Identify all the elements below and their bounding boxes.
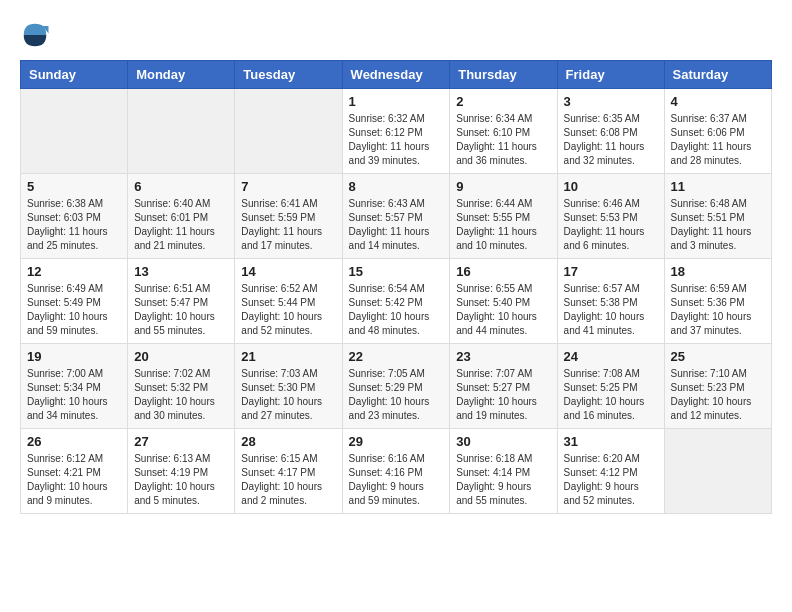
day-cell: 28Sunrise: 6:15 AM Sunset: 4:17 PM Dayli… [235, 429, 342, 514]
week-row-5: 26Sunrise: 6:12 AM Sunset: 4:21 PM Dayli… [21, 429, 772, 514]
day-cell: 18Sunrise: 6:59 AM Sunset: 5:36 PM Dayli… [664, 259, 771, 344]
day-number: 28 [241, 434, 335, 449]
day-number: 14 [241, 264, 335, 279]
day-cell: 9Sunrise: 6:44 AM Sunset: 5:55 PM Daylig… [450, 174, 557, 259]
day-cell: 3Sunrise: 6:35 AM Sunset: 6:08 PM Daylig… [557, 89, 664, 174]
week-row-3: 12Sunrise: 6:49 AM Sunset: 5:49 PM Dayli… [21, 259, 772, 344]
day-number: 16 [456, 264, 550, 279]
day-info: Sunrise: 7:00 AM Sunset: 5:34 PM Dayligh… [27, 367, 121, 423]
day-cell: 8Sunrise: 6:43 AM Sunset: 5:57 PM Daylig… [342, 174, 450, 259]
weekday-header-thursday: Thursday [450, 61, 557, 89]
day-info: Sunrise: 6:57 AM Sunset: 5:38 PM Dayligh… [564, 282, 658, 338]
day-number: 7 [241, 179, 335, 194]
day-info: Sunrise: 6:59 AM Sunset: 5:36 PM Dayligh… [671, 282, 765, 338]
day-cell: 15Sunrise: 6:54 AM Sunset: 5:42 PM Dayli… [342, 259, 450, 344]
week-row-2: 5Sunrise: 6:38 AM Sunset: 6:03 PM Daylig… [21, 174, 772, 259]
day-number: 27 [134, 434, 228, 449]
day-cell: 26Sunrise: 6:12 AM Sunset: 4:21 PM Dayli… [21, 429, 128, 514]
day-number: 11 [671, 179, 765, 194]
day-cell [128, 89, 235, 174]
day-info: Sunrise: 6:37 AM Sunset: 6:06 PM Dayligh… [671, 112, 765, 168]
day-cell: 20Sunrise: 7:02 AM Sunset: 5:32 PM Dayli… [128, 344, 235, 429]
day-cell: 31Sunrise: 6:20 AM Sunset: 4:12 PM Dayli… [557, 429, 664, 514]
day-info: Sunrise: 6:13 AM Sunset: 4:19 PM Dayligh… [134, 452, 228, 508]
day-cell: 25Sunrise: 7:10 AM Sunset: 5:23 PM Dayli… [664, 344, 771, 429]
calendar: SundayMondayTuesdayWednesdayThursdayFrid… [20, 60, 772, 514]
day-cell: 21Sunrise: 7:03 AM Sunset: 5:30 PM Dayli… [235, 344, 342, 429]
day-info: Sunrise: 6:54 AM Sunset: 5:42 PM Dayligh… [349, 282, 444, 338]
day-info: Sunrise: 6:16 AM Sunset: 4:16 PM Dayligh… [349, 452, 444, 508]
day-cell: 14Sunrise: 6:52 AM Sunset: 5:44 PM Dayli… [235, 259, 342, 344]
day-number: 6 [134, 179, 228, 194]
day-number: 8 [349, 179, 444, 194]
weekday-header-row: SundayMondayTuesdayWednesdayThursdayFrid… [21, 61, 772, 89]
day-number: 4 [671, 94, 765, 109]
day-cell: 24Sunrise: 7:08 AM Sunset: 5:25 PM Dayli… [557, 344, 664, 429]
day-info: Sunrise: 6:52 AM Sunset: 5:44 PM Dayligh… [241, 282, 335, 338]
day-cell: 11Sunrise: 6:48 AM Sunset: 5:51 PM Dayli… [664, 174, 771, 259]
day-number: 1 [349, 94, 444, 109]
day-info: Sunrise: 6:41 AM Sunset: 5:59 PM Dayligh… [241, 197, 335, 253]
logo-icon [20, 20, 50, 50]
day-info: Sunrise: 6:34 AM Sunset: 6:10 PM Dayligh… [456, 112, 550, 168]
day-cell: 29Sunrise: 6:16 AM Sunset: 4:16 PM Dayli… [342, 429, 450, 514]
day-cell: 16Sunrise: 6:55 AM Sunset: 5:40 PM Dayli… [450, 259, 557, 344]
day-number: 26 [27, 434, 121, 449]
day-cell: 17Sunrise: 6:57 AM Sunset: 5:38 PM Dayli… [557, 259, 664, 344]
weekday-header-tuesday: Tuesday [235, 61, 342, 89]
day-cell: 13Sunrise: 6:51 AM Sunset: 5:47 PM Dayli… [128, 259, 235, 344]
day-cell: 19Sunrise: 7:00 AM Sunset: 5:34 PM Dayli… [21, 344, 128, 429]
day-cell: 22Sunrise: 7:05 AM Sunset: 5:29 PM Dayli… [342, 344, 450, 429]
day-number: 13 [134, 264, 228, 279]
day-info: Sunrise: 6:43 AM Sunset: 5:57 PM Dayligh… [349, 197, 444, 253]
day-info: Sunrise: 7:03 AM Sunset: 5:30 PM Dayligh… [241, 367, 335, 423]
day-number: 5 [27, 179, 121, 194]
day-number: 30 [456, 434, 550, 449]
day-cell: 27Sunrise: 6:13 AM Sunset: 4:19 PM Dayli… [128, 429, 235, 514]
header [20, 20, 772, 50]
day-cell: 5Sunrise: 6:38 AM Sunset: 6:03 PM Daylig… [21, 174, 128, 259]
day-number: 20 [134, 349, 228, 364]
day-info: Sunrise: 7:05 AM Sunset: 5:29 PM Dayligh… [349, 367, 444, 423]
day-number: 3 [564, 94, 658, 109]
day-cell [664, 429, 771, 514]
day-info: Sunrise: 6:12 AM Sunset: 4:21 PM Dayligh… [27, 452, 121, 508]
day-info: Sunrise: 6:35 AM Sunset: 6:08 PM Dayligh… [564, 112, 658, 168]
week-row-4: 19Sunrise: 7:00 AM Sunset: 5:34 PM Dayli… [21, 344, 772, 429]
day-number: 12 [27, 264, 121, 279]
logo [20, 20, 55, 50]
day-info: Sunrise: 6:18 AM Sunset: 4:14 PM Dayligh… [456, 452, 550, 508]
day-number: 31 [564, 434, 658, 449]
day-info: Sunrise: 6:44 AM Sunset: 5:55 PM Dayligh… [456, 197, 550, 253]
day-number: 25 [671, 349, 765, 364]
day-info: Sunrise: 6:51 AM Sunset: 5:47 PM Dayligh… [134, 282, 228, 338]
day-info: Sunrise: 6:49 AM Sunset: 5:49 PM Dayligh… [27, 282, 121, 338]
day-info: Sunrise: 7:10 AM Sunset: 5:23 PM Dayligh… [671, 367, 765, 423]
day-cell: 7Sunrise: 6:41 AM Sunset: 5:59 PM Daylig… [235, 174, 342, 259]
day-cell: 1Sunrise: 6:32 AM Sunset: 6:12 PM Daylig… [342, 89, 450, 174]
day-info: Sunrise: 6:48 AM Sunset: 5:51 PM Dayligh… [671, 197, 765, 253]
day-info: Sunrise: 6:38 AM Sunset: 6:03 PM Dayligh… [27, 197, 121, 253]
weekday-header-monday: Monday [128, 61, 235, 89]
day-cell: 10Sunrise: 6:46 AM Sunset: 5:53 PM Dayli… [557, 174, 664, 259]
day-number: 19 [27, 349, 121, 364]
day-cell: 23Sunrise: 7:07 AM Sunset: 5:27 PM Dayli… [450, 344, 557, 429]
day-number: 18 [671, 264, 765, 279]
day-cell: 30Sunrise: 6:18 AM Sunset: 4:14 PM Dayli… [450, 429, 557, 514]
day-info: Sunrise: 7:08 AM Sunset: 5:25 PM Dayligh… [564, 367, 658, 423]
day-info: Sunrise: 6:40 AM Sunset: 6:01 PM Dayligh… [134, 197, 228, 253]
day-cell: 4Sunrise: 6:37 AM Sunset: 6:06 PM Daylig… [664, 89, 771, 174]
weekday-header-saturday: Saturday [664, 61, 771, 89]
day-number: 17 [564, 264, 658, 279]
day-number: 2 [456, 94, 550, 109]
day-info: Sunrise: 6:32 AM Sunset: 6:12 PM Dayligh… [349, 112, 444, 168]
day-info: Sunrise: 6:46 AM Sunset: 5:53 PM Dayligh… [564, 197, 658, 253]
day-info: Sunrise: 6:55 AM Sunset: 5:40 PM Dayligh… [456, 282, 550, 338]
day-number: 15 [349, 264, 444, 279]
weekday-header-friday: Friday [557, 61, 664, 89]
weekday-header-wednesday: Wednesday [342, 61, 450, 89]
day-number: 24 [564, 349, 658, 364]
day-number: 10 [564, 179, 658, 194]
day-cell [21, 89, 128, 174]
weekday-header-sunday: Sunday [21, 61, 128, 89]
